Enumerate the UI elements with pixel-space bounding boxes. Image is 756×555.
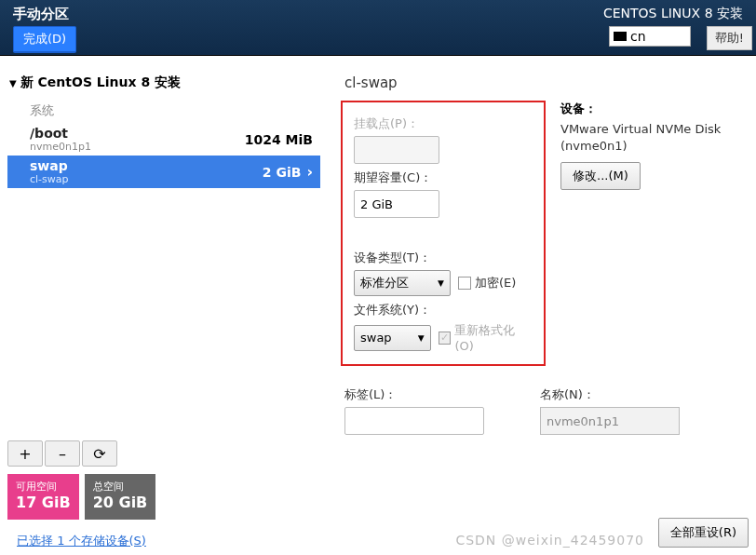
available-space-label: 可用空间 — [16, 480, 71, 494]
filesystem-combo[interactable]: swap ▼ — [354, 325, 431, 351]
total-space-value: 20 GiB — [93, 494, 148, 511]
partition-size: 1024 MiB — [245, 132, 313, 147]
mountpoint-input[interactable] — [354, 136, 439, 164]
device-text: VMware Virtual NVMe Disk (nvme0n1) — [560, 121, 749, 155]
filesystem-label: 文件系统(Y)： — [354, 302, 533, 318]
main-content: ▼ 新 CentOS Linux 8 安装 系统 /boot nvme0n1p1… — [0, 56, 756, 555]
partition-item-swap[interactable]: swap cl-swap 2 GiB › — [7, 156, 320, 188]
partition-name: /boot — [30, 126, 245, 141]
system-group-label: 系统 — [30, 102, 320, 119]
storage-devices-link[interactable]: 已选择 1 个存储设备(S) — [17, 533, 320, 549]
add-partition-button[interactable]: + — [7, 440, 43, 467]
keyboard-layout-label: cn — [630, 29, 646, 44]
tag-input[interactable] — [344, 407, 484, 435]
filesystem-value: swap — [360, 331, 392, 345]
checkbox-icon: ✓ — [439, 332, 452, 345]
highlighted-settings: 挂载点(P)： 期望容量(C)： 设备类型(T)： 标准分区 ▼ 加密(E) — [341, 101, 546, 366]
mountpoint-label: 挂载点(P)： — [354, 115, 533, 132]
keyboard-layout-indicator[interactable]: cn — [609, 26, 691, 47]
partition-item-boot[interactable]: /boot nvme0n1p1 1024 MiB — [7, 123, 320, 156]
chevron-down-icon: ▼ — [418, 333, 425, 343]
devtype-label: 设备类型(T)： — [354, 250, 533, 266]
chevron-right-icon: › — [306, 163, 313, 181]
available-space-value: 17 GiB — [16, 494, 71, 511]
devtype-combo[interactable]: 标准分区 ▼ — [354, 270, 451, 296]
reload-button[interactable]: ⟳ — [82, 440, 117, 467]
tree-root-label: 新 CentOS Linux 8 安装 — [20, 74, 181, 91]
device-heading: 设备： — [560, 101, 749, 117]
keyboard-icon — [614, 32, 627, 41]
name-input — [540, 407, 680, 435]
reformat-checkbox: ✓ 重新格式化(O) — [439, 322, 533, 353]
help-button[interactable]: 帮助! — [707, 26, 752, 50]
detail-title: cl-swap — [341, 74, 749, 91]
partition-device: cl-swap — [30, 173, 263, 185]
page-title: 手动分区 — [13, 6, 69, 23]
reformat-label: 重新格式化(O) — [454, 322, 533, 353]
tag-label: 标签(L)： — [344, 386, 484, 403]
name-label: 名称(N)： — [540, 386, 680, 403]
installer-title: CENTOS LINUX 8 安装 — [603, 6, 743, 22]
tree-root[interactable]: ▼ 新 CentOS Linux 8 安装 — [7, 74, 320, 91]
total-space-label: 总空间 — [93, 480, 148, 494]
available-space-box: 可用空间 17 GiB — [7, 474, 79, 520]
checkbox-icon — [458, 277, 471, 290]
device-column: 设备： VMware Virtual NVMe Disk (nvme0n1) 修… — [560, 101, 749, 366]
total-space-box: 总空间 20 GiB — [85, 474, 156, 520]
collapse-icon: ▼ — [9, 78, 17, 88]
encrypt-label: 加密(E) — [475, 275, 516, 291]
reset-all-button[interactable]: 全部重设(R) — [658, 518, 749, 548]
capacity-label: 期望容量(C)： — [354, 169, 533, 186]
done-button[interactable]: 完成(D) — [13, 26, 76, 53]
encrypt-checkbox[interactable]: 加密(E) — [458, 275, 516, 291]
capacity-input[interactable] — [354, 190, 439, 218]
remove-partition-button[interactable]: – — [45, 440, 80, 467]
space-summary: 可用空间 17 GiB 总空间 20 GiB — [7, 474, 320, 520]
partition-name: swap — [30, 158, 263, 173]
chevron-down-icon: ▼ — [438, 278, 444, 288]
partition-toolbar: + – ⟳ — [7, 440, 320, 467]
devtype-value: 标准分区 — [360, 275, 409, 291]
partition-device: nvme0n1p1 — [30, 141, 245, 153]
modify-device-button[interactable]: 修改...(M) — [560, 162, 641, 190]
partition-size: 2 GiB — [263, 165, 302, 180]
partition-detail-panel: cl-swap 挂载点(P)： 期望容量(C)： 设备类型(T)： 标准分区 ▼… — [330, 74, 749, 555]
top-bar: 手动分区 CENTOS LINUX 8 安装 完成(D) cn 帮助! — [0, 0, 756, 56]
partition-tree-panel: ▼ 新 CentOS Linux 8 安装 系统 /boot nvme0n1p1… — [7, 74, 330, 555]
